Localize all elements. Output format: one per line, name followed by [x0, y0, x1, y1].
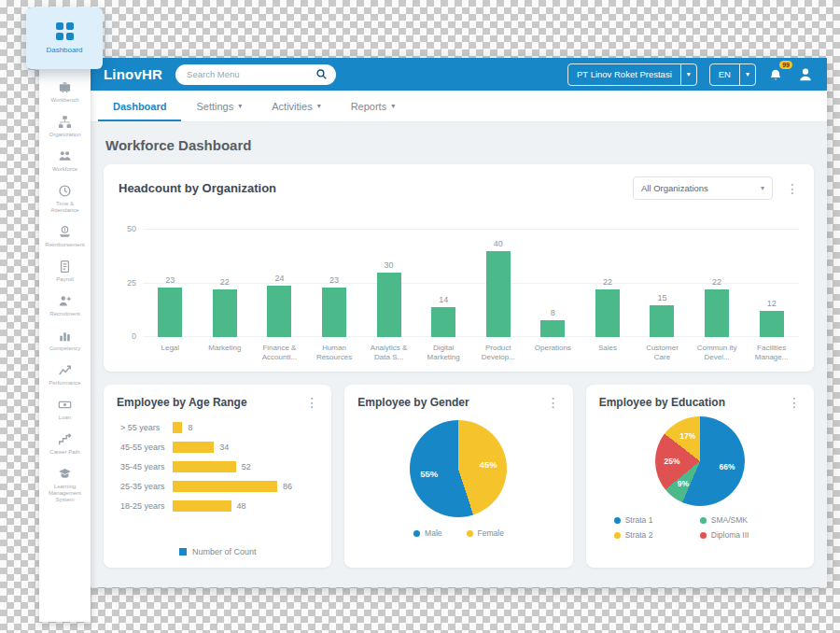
sidebar-item-recruitment[interactable]: Recruitment	[43, 294, 88, 317]
sidebar-item-label: Organization	[49, 132, 80, 138]
caret-down-icon: ▾	[238, 102, 242, 110]
notification-bell[interactable]: 99	[768, 66, 785, 83]
bar-value-label: 22	[603, 277, 612, 287]
pie-slice-label: 66%	[719, 462, 735, 471]
organization-filter-select[interactable]: All Organizations ▾	[633, 176, 773, 200]
sidebar-item-label: Payroll	[56, 276, 73, 283]
dashboard-shortcut-card[interactable]: Dashboard	[26, 7, 103, 69]
user-avatar-icon[interactable]	[797, 66, 814, 83]
kebab-menu-icon[interactable]: ⋮	[547, 396, 560, 409]
sidebar-item-career-path[interactable]: Career Path	[43, 432, 88, 456]
pie-slice-label: 17%	[679, 431, 695, 441]
workforce-icon	[58, 149, 72, 163]
bar-column: 8	[525, 308, 581, 337]
pie-slice-label: 25%	[665, 457, 680, 466]
bar-column: 22	[198, 277, 253, 337]
age-range-row: 25-35 years86	[120, 481, 318, 492]
time-attendance-icon	[58, 184, 72, 198]
legend-item: Strata 2	[614, 530, 700, 540]
sidebar-item-label: Career Path	[49, 449, 79, 456]
kebab-menu-icon[interactable]: ⋮	[305, 396, 318, 409]
sidebar-item-organization[interactable]: Organization	[43, 115, 88, 138]
sidebar-nav: WorkbenchOrganizationWorkforceTime & Att…	[39, 58, 91, 622]
sidebar-item-learning-management-system[interactable]: Learning Management System	[43, 467, 88, 503]
headcount-categories: LegalMarketingFinance & Accounti...Human…	[143, 344, 799, 362]
sidebar-item-loan[interactable]: Loan	[43, 398, 88, 421]
bar	[540, 320, 565, 337]
sidebar-item-reimbursement[interactable]: Reimbursement	[43, 225, 88, 248]
headcount-card: Headcount by Organization All Organizati…	[104, 164, 814, 372]
bar-column: 23	[143, 275, 198, 337]
sidebar-item-workbench[interactable]: Workbench	[43, 80, 88, 104]
page-title: Workforce Dashboard	[105, 137, 814, 153]
search-input[interactable]	[175, 64, 336, 85]
sidebar-item-label: Recruitment	[49, 311, 79, 317]
bar-column: 22	[690, 277, 745, 337]
legend-label: Diploma III	[711, 530, 749, 540]
tab-settings[interactable]: Settings▾	[181, 91, 257, 121]
sidebar-item-competency[interactable]: Competency	[43, 329, 88, 352]
company-dropdown[interactable]: PT Linov Roket Prestasi ▾	[567, 63, 697, 86]
tab-dashboard[interactable]: Dashboard	[98, 91, 181, 121]
bar	[173, 481, 277, 492]
bar	[595, 289, 620, 337]
sidebar-item-payroll[interactable]: Payroll	[43, 260, 88, 283]
sidebar-item-time-attendance[interactable]: Time & Attendance	[43, 184, 88, 214]
bar-column: 15	[635, 293, 690, 338]
age-range-chart: > 55 years845-55 years3435-45 years5225-…	[120, 422, 318, 512]
sidebar-item-performance[interactable]: Performance	[43, 363, 88, 387]
dashboard-shortcut-label: Dashboard	[46, 46, 82, 54]
tab-reports[interactable]: Reports▾	[336, 91, 411, 121]
bar	[377, 273, 401, 337]
age-range-card: Employee by Age Range ⋮ > 55 years845-55…	[104, 385, 331, 568]
pie-slice-label: 9%	[678, 479, 689, 488]
bar-column: 14	[416, 295, 471, 337]
caret-down-icon: ▾	[739, 64, 755, 85]
kebab-menu-icon[interactable]: ⋮	[786, 182, 799, 195]
tab-label: Reports	[351, 101, 387, 112]
career-path-icon	[58, 432, 72, 446]
dashboard-grid-icon	[56, 22, 74, 40]
bar	[173, 422, 182, 433]
search-icon[interactable]	[315, 68, 328, 80]
caret-down-icon: ▾	[391, 102, 395, 110]
pie-slice-label: 45%	[480, 458, 497, 469]
legend-swatch	[179, 548, 187, 556]
sidebar-item-label: Performance	[49, 380, 80, 387]
headcount-bar-chart: 02550 23222423301440822152212	[119, 213, 799, 337]
category-label: Commun ity Devel...	[690, 344, 745, 362]
caret-down-icon: ▾	[761, 184, 764, 192]
legend-item: Strata 1	[614, 515, 700, 525]
gender-card: Employee by Gender ⋮ 45%55% MaleFemale	[344, 385, 572, 568]
bar-value-label: 23	[329, 275, 339, 285]
bar	[760, 311, 784, 337]
y-tick-label: 50	[127, 224, 136, 233]
organization-icon	[58, 115, 72, 129]
category-label: Human Resources	[307, 344, 362, 362]
category-label: Product Develop...	[470, 344, 525, 362]
bar-value-label: 8	[188, 423, 192, 432]
tab-activities[interactable]: Activities▾	[257, 91, 335, 121]
category-label: Customer Care	[635, 344, 690, 362]
age-range-title: Employee by Age Range	[117, 396, 292, 409]
sidebar-item-label: Loan	[59, 415, 71, 421]
search-box	[175, 64, 336, 85]
education-card: Employee by Education ⋮ 66%9%25%17% Stra…	[586, 385, 814, 568]
headcount-plot: 23222423301440822152212	[143, 213, 799, 337]
kebab-menu-icon[interactable]: ⋮	[788, 396, 801, 409]
education-pie-chart: 66%9%25%17%	[655, 416, 745, 506]
age-range-legend: Number of Count	[104, 547, 331, 556]
bar-value-label: 52	[242, 462, 251, 471]
reimbursement-icon	[58, 225, 72, 239]
pie-slice-label: 55%	[420, 469, 438, 479]
bar	[173, 442, 214, 453]
sidebar-item-label: Learning Management System	[43, 484, 88, 503]
sidebar-item-workforce[interactable]: Workforce	[43, 149, 88, 173]
bar	[173, 500, 231, 512]
language-dropdown-value: EN	[710, 64, 739, 85]
age-range-label: 35-45 years	[120, 462, 173, 471]
bar	[322, 288, 346, 337]
legend-label: Female	[478, 528, 504, 538]
legend-label: Number of Count	[192, 547, 257, 556]
language-dropdown[interactable]: EN ▾	[709, 63, 756, 86]
